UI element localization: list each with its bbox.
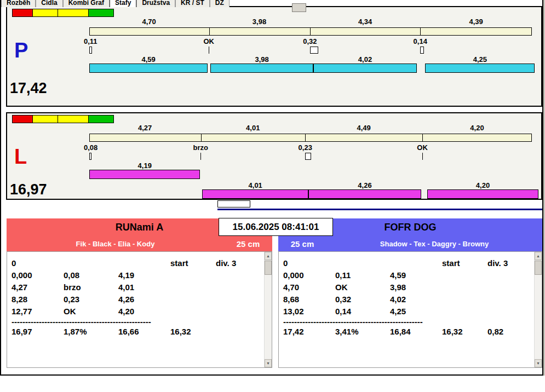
runs-layer: 4,194,014,264,20 xyxy=(89,113,538,199)
run-time-bar xyxy=(202,189,308,199)
table-cell: 4,27 xyxy=(12,281,64,293)
table-cell: 1,87% xyxy=(64,326,118,338)
table-cell: 4,02 xyxy=(390,293,442,305)
status-light xyxy=(12,9,33,17)
lane-total-time: 16,97 xyxy=(10,182,47,198)
run-time-label: 4,59 xyxy=(141,55,155,64)
table-cell xyxy=(64,257,118,269)
team-panel-left: RUNami A Fik - Black - Elia - Kody 25 cm… xyxy=(7,218,272,368)
lane-panel-l: L 4,274,014,494,200,08brzo0,23OK 4,194,0… xyxy=(6,112,542,200)
table-row: 13,020,144,25 xyxy=(283,305,531,318)
table-row: 8,680,324,02 xyxy=(283,293,531,305)
table-cell xyxy=(118,257,170,269)
table-cell: 16,84 xyxy=(390,326,442,338)
table-cell: 4,59 xyxy=(390,269,442,281)
jump-height: 25 cm xyxy=(224,239,272,249)
app-window: RozběhČidlaKombi GrafŠtafyDružstvaKR / S… xyxy=(0,0,545,392)
status-light xyxy=(58,9,89,17)
table-cell: 0,000 xyxy=(283,269,335,281)
table-cell: div. 3 xyxy=(216,257,254,269)
run-time-bar xyxy=(89,170,200,179)
table-row: 8,280,234,26 xyxy=(12,293,261,305)
tab-kr-st[interactable]: KR / ST xyxy=(175,0,210,7)
table-cell: 16,32 xyxy=(170,326,216,338)
table-cell: 4,26 xyxy=(118,293,170,305)
table-row: 12,77OK4,20 xyxy=(12,305,261,318)
run-time-label: 4,01 xyxy=(249,181,262,189)
table-cell: 0,08 xyxy=(64,269,118,281)
table-cell: 0,11 xyxy=(335,269,390,281)
table-cell: 0,82 xyxy=(487,326,526,338)
table-scrollbar[interactable]: ▲ ▼ xyxy=(534,252,542,367)
table-cell: 0,23 xyxy=(64,293,118,305)
table-row: 4,27brzo4,01 xyxy=(12,281,261,293)
run-time-bar xyxy=(313,64,417,73)
run-time-bar xyxy=(425,64,535,73)
run-time-label: 3,98 xyxy=(255,55,268,64)
team-dogs: Fik - Black - Elia - Kody xyxy=(7,240,224,248)
table-cell: 3,98 xyxy=(390,281,442,293)
table-cell: OK xyxy=(64,305,118,318)
lane-chart: 4,703,984,344,390,11OK0,320,14 4,593,984… xyxy=(89,7,538,106)
table-cell: OK xyxy=(335,281,390,293)
lane-panel-p: P 4,703,984,344,390,11OK0,320,14 4,593,9… xyxy=(6,6,542,107)
scroll-up-icon[interactable]: ▲ xyxy=(535,252,542,260)
table-cell: 0 xyxy=(283,257,335,269)
table-row: 17,423,41%16,8416,320,82 xyxy=(283,326,531,338)
lane-chart: 4,274,014,494,200,08brzo0,23OK 4,194,014… xyxy=(89,113,538,199)
table-row: 0startdiv. 3 xyxy=(283,257,531,269)
table-row: 0,0000,114,59 xyxy=(283,269,531,281)
lane-total-time: 17,42 xyxy=(10,80,47,97)
results-table-left: 0startdiv. 30,0000,084,194,27brzo4,018,2… xyxy=(7,251,272,368)
table-separator: ----------------------------------------… xyxy=(12,318,173,326)
scroll-thumb[interactable] xyxy=(535,261,542,275)
scroll-thumb[interactable] xyxy=(265,261,272,275)
table-row: 0,0000,084,19 xyxy=(12,269,261,281)
tab-druzstva[interactable]: Družstva xyxy=(136,0,175,7)
run-time-bar xyxy=(89,64,208,73)
scroll-down-icon[interactable]: ▼ xyxy=(535,359,542,367)
tab-scroll-fragment[interactable] xyxy=(292,3,306,12)
run-time-label: 4,19 xyxy=(138,162,152,170)
status-light xyxy=(33,115,58,123)
tab-dz[interactable]: DZ xyxy=(210,0,230,7)
team-panel-right: FOFR DOG 25 cm Shadow - Tex - Daggry - B… xyxy=(278,218,542,368)
table-cell: start xyxy=(170,257,216,269)
tab-rozbeh[interactable]: Rozběh xyxy=(1,0,36,7)
results-table-right: 0startdiv. 30,0000,114,594,70OK3,988,680… xyxy=(278,251,542,368)
status-light xyxy=(33,9,58,17)
scroll-down-icon[interactable]: ▼ xyxy=(265,359,272,367)
table-cell xyxy=(390,257,442,269)
lane-letter: L xyxy=(14,146,27,167)
table-cell: div. 3 xyxy=(487,257,526,269)
table-cell: 17,42 xyxy=(283,326,335,338)
table-cell: 16,32 xyxy=(442,326,487,338)
run-time-bar xyxy=(210,64,313,73)
tab-kombi-graf[interactable]: Kombi Graf xyxy=(63,0,110,7)
table-cell: start xyxy=(442,257,487,269)
table-cell: 0,14 xyxy=(335,305,390,318)
run-time-bar xyxy=(427,189,538,199)
scroll-up-icon[interactable]: ▲ xyxy=(265,252,272,260)
tab-cidla[interactable]: Čidla xyxy=(36,0,62,7)
table-cell: 0,32 xyxy=(335,293,390,305)
run-time-label: 4,02 xyxy=(358,55,372,64)
table-row: 0startdiv. 3 xyxy=(12,257,261,269)
table-scrollbar[interactable]: ▲ ▼ xyxy=(264,252,272,367)
tab-stafy[interactable]: Štafy xyxy=(110,0,136,7)
progress-box xyxy=(217,200,250,207)
table-separator: ----------------------------------------… xyxy=(283,318,445,326)
run-time-label: 4,20 xyxy=(476,181,490,189)
runs-layer: 4,593,984,024,25 xyxy=(89,7,538,106)
team-dogs: Shadow - Tex - Daggry - Browny xyxy=(326,240,542,248)
table-cell: 0 xyxy=(12,257,64,269)
table-cell: 13,02 xyxy=(283,305,335,318)
table-row: 16,971,87%16,6616,32 xyxy=(12,326,261,338)
table-cell: 4,20 xyxy=(118,305,170,318)
progress-line xyxy=(217,209,542,210)
results-body: 0startdiv. 30,0000,084,194,27brzo4,018,2… xyxy=(12,257,261,338)
tab-bar: RozběhČidlaKombi GrafŠtafyDružstvaKR / S… xyxy=(1,0,230,7)
table-cell xyxy=(335,257,390,269)
lane-letter: P xyxy=(14,40,28,61)
run-time-bar xyxy=(308,189,421,199)
